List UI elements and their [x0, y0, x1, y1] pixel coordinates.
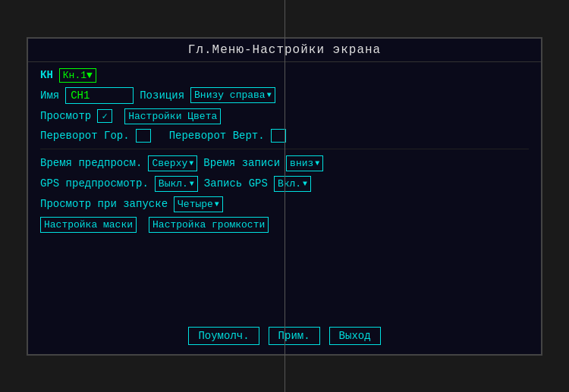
volume-settings-label: Настройка громкости [152, 219, 265, 230]
record-time-arrow-icon: ▼ [315, 159, 319, 168]
kn-arrow-icon: ▼ [86, 70, 93, 81]
preview-time-value: Сверху [152, 158, 187, 169]
kn-dropdown[interactable]: Кн.1 ▼ [59, 68, 96, 83]
record-time-label: Время записи [203, 157, 280, 169]
startup-view-arrow-icon: ▼ [215, 200, 219, 209]
gps-record-dropdown[interactable]: Вкл. ▼ [274, 176, 311, 192]
preview-time-label: Время предпросм. [40, 157, 142, 169]
startup-view-dropdown[interactable]: Четыре ▼ [174, 196, 223, 212]
color-settings-label: Настройки Цвета [128, 111, 217, 122]
kn-label: КН [40, 69, 53, 81]
mask-settings-button[interactable]: Настройка маски [40, 217, 137, 233]
flip-vert-label: Переворот Верт. [169, 130, 265, 142]
position-value: Внизу справа [194, 89, 266, 101]
gps-preview-label: GPS предпросмотр. [40, 177, 149, 190]
preview-label: Просмотр [40, 110, 91, 122]
gps-preview-value: Выкл. [159, 178, 188, 190]
name-label: Имя [40, 89, 59, 102]
position-arrow-icon: ▼ [267, 91, 272, 99]
apply-button[interactable]: Прим. [269, 327, 320, 345]
flip-hor-label: Переворот Гор. [40, 130, 130, 142]
preview-checkbox[interactable]: ✓ [97, 109, 112, 123]
position-label: Позиция [140, 89, 184, 102]
flip-hor-checkbox[interactable] [136, 129, 151, 143]
gps-record-arrow-icon: ▼ [303, 180, 307, 188]
color-settings-button[interactable]: Настройки Цвета [124, 108, 221, 124]
gps-record-label: Запись GPS [204, 177, 268, 190]
name-input[interactable] [65, 87, 134, 104]
gps-record-value: Вкл. [278, 178, 301, 190]
gps-preview-dropdown[interactable]: Выкл. ▼ [155, 176, 198, 192]
volume-settings-button[interactable]: Настройка громкости [149, 217, 269, 233]
default-button[interactable]: Поумолч. [188, 327, 259, 345]
startup-view-value: Четыре [178, 199, 213, 210]
kn-value: Кн.1 [63, 70, 86, 81]
flip-vert-checkbox[interactable] [271, 129, 286, 143]
checkmark-icon: ✓ [102, 111, 108, 122]
record-time-dropdown[interactable]: вниз ▼ [286, 155, 323, 171]
startup-view-label: Просмотр при запуске [40, 198, 168, 210]
preview-time-dropdown[interactable]: Сверху ▼ [148, 155, 197, 171]
mask-settings-label: Настройка маски [44, 219, 133, 230]
gps-preview-arrow-icon: ▼ [190, 180, 194, 188]
position-dropdown[interactable]: Внизу справа ▼ [190, 87, 275, 103]
preview-time-arrow-icon: ▼ [189, 159, 193, 168]
record-time-value: вниз [290, 158, 313, 169]
exit-button[interactable]: Выход [329, 327, 381, 345]
